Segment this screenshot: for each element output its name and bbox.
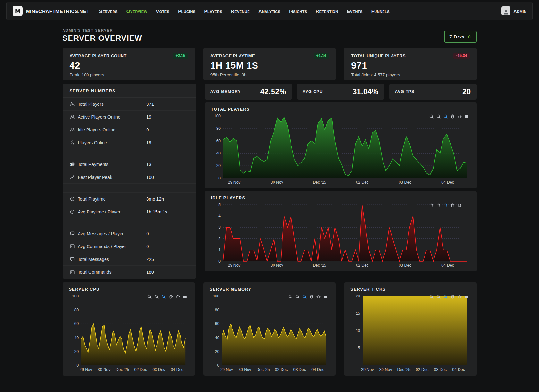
- y-tick-label: 80: [216, 126, 221, 131]
- menu-icon[interactable]: [464, 114, 469, 119]
- row-label: Total Messages: [78, 257, 147, 262]
- y-tick-label: 2: [218, 237, 221, 241]
- x-tick-label: Dec '25: [115, 367, 129, 372]
- zoom-out-icon[interactable]: [436, 203, 441, 208]
- zoom-out-icon[interactable]: [436, 114, 441, 119]
- x-tick-label: 29 Nov: [228, 263, 240, 268]
- zoom-in-icon[interactable]: [429, 114, 434, 119]
- date-range-select[interactable]: 7 Days: [444, 31, 476, 43]
- x-tick-label: 04 Dec: [441, 180, 454, 185]
- home-icon[interactable]: [175, 294, 180, 299]
- stat-card: AVERAGE PLAYTIME +1.14 1H 15M 1S 95th Pe…: [203, 48, 336, 80]
- chart-area: [363, 296, 467, 365]
- autoscale-icon[interactable]: [302, 294, 307, 299]
- page-header: ADMIN'S TEST SERVER SERVER OVERVIEW 7 Da…: [63, 29, 477, 43]
- nav-item-insights[interactable]: Insights: [289, 8, 307, 14]
- row-icon-slot: [70, 140, 78, 145]
- chart-area: [81, 324, 185, 365]
- y-tick-label: 100: [72, 294, 79, 298]
- menu-icon[interactable]: [323, 294, 328, 299]
- y-tick-label: 100: [214, 114, 220, 118]
- row-label: Active Players Online: [78, 114, 147, 120]
- x-tick-label: Dec '25: [313, 180, 326, 185]
- nav-item-funnels[interactable]: Funnels: [371, 8, 390, 14]
- chart-title: IDLE PLAYERS: [211, 196, 470, 200]
- nav-item-label: Players: [204, 8, 222, 14]
- terminal-icon: [70, 270, 75, 275]
- gauges-row: AVG MEMORY 42.52% AVG CPU 31.04% AVG TPS…: [205, 84, 477, 100]
- nav-item-retention[interactable]: Retention: [316, 8, 338, 14]
- home-icon[interactable]: [457, 203, 462, 208]
- nav-item-label: Votes: [156, 8, 169, 14]
- chart-plot[interactable]: 02040608010029 Nov30 NovDec '2502 Dec03 …: [69, 293, 189, 373]
- x-tick-label: 03 Dec: [434, 367, 447, 372]
- nav-item-servers[interactable]: Servers: [99, 8, 118, 14]
- zoom-in-icon[interactable]: [429, 294, 434, 299]
- autoscale-icon[interactable]: [443, 294, 448, 299]
- nav-item-players[interactable]: Players: [204, 8, 222, 14]
- nav-item-label: Servers: [99, 8, 118, 14]
- server-numbers-row: $ Total Payments 13: [63, 158, 196, 171]
- x-tick-label: 29 Nov: [220, 367, 233, 372]
- home-icon[interactable]: [457, 294, 462, 299]
- brand-logo-icon: [13, 6, 23, 16]
- stat-card: TOTAL UNIQUE PLAYERS -15.34 971 Total Jo…: [344, 48, 476, 80]
- nav-item-label: Insights: [289, 8, 307, 14]
- pan-icon[interactable]: [168, 294, 173, 299]
- autoscale-icon[interactable]: [443, 203, 448, 208]
- y-tick-label: 60: [74, 321, 79, 326]
- chart-plot[interactable]: 02040608010029 Nov30 NovDec '2502 Dec03 …: [211, 113, 470, 186]
- x-tick-label: 29 Nov: [361, 367, 374, 372]
- chart-title: SERVER MEMORY: [210, 287, 329, 292]
- home-icon[interactable]: [457, 114, 462, 119]
- row-icon-slot: [70, 196, 78, 202]
- autoscale-icon[interactable]: [161, 294, 166, 299]
- row-label: Idle Players Online: [78, 127, 147, 132]
- chart-plot-wrap: 02040608010029 Nov30 NovDec '2502 Dec03 …: [69, 293, 189, 373]
- zoom-out-icon[interactable]: [295, 294, 300, 299]
- nav-item-label: Funnels: [371, 8, 390, 14]
- row-icon-slot: [70, 114, 78, 120]
- nav-item-revenue[interactable]: Revenue: [231, 8, 250, 14]
- zoom-out-icon[interactable]: [154, 294, 159, 299]
- x-tick-label: 30 Nov: [270, 263, 283, 268]
- nav-item-events[interactable]: Events: [347, 8, 363, 14]
- chart-plot[interactable]: 01234529 Nov30 NovDec '2502 Dec03 Dec04 …: [211, 202, 470, 269]
- row-value: 971: [147, 102, 154, 107]
- stat-card-trend-badge: -15.34: [453, 53, 469, 59]
- zoom-in-icon[interactable]: [147, 294, 152, 299]
- nav-item-votes[interactable]: Votes: [156, 8, 169, 14]
- user-menu[interactable]: Admin: [501, 6, 526, 15]
- home-icon[interactable]: [316, 294, 321, 299]
- pan-icon[interactable]: [450, 294, 455, 299]
- autoscale-icon[interactable]: [443, 114, 448, 119]
- chart-modebar: [429, 114, 469, 119]
- zoom-in-icon[interactable]: [429, 203, 434, 208]
- chart-plot[interactable]: 02040608010029 Nov30 NovDec '2502 Dec03 …: [210, 293, 329, 373]
- zoom-out-icon[interactable]: [436, 294, 441, 299]
- y-tick-label: 5: [358, 346, 360, 350]
- brand-name: MINECRAFTMETRICS.NET: [26, 8, 89, 14]
- pan-icon[interactable]: [450, 203, 455, 208]
- nav-item-label: Overview: [126, 8, 147, 14]
- pan-icon[interactable]: [309, 294, 314, 299]
- y-tick-label: 40: [215, 336, 220, 340]
- brand[interactable]: MINECRAFTMETRICS.NET: [13, 6, 89, 16]
- menu-icon[interactable]: [182, 294, 187, 299]
- row-label: Avg Playtime / Player: [78, 209, 147, 214]
- nav-item-analytics[interactable]: Analytics: [258, 8, 280, 14]
- row-value: 0: [147, 231, 149, 236]
- chart-card-idle-players: IDLE PLAYERS 01234529 Nov30 NovDec '2502…: [205, 191, 477, 271]
- nav-item-overview[interactable]: Overview: [126, 8, 147, 14]
- chart-card-server-memory: SERVER MEMORY 02040608010029 Nov30 NovDe…: [203, 282, 336, 376]
- menu-icon[interactable]: [464, 203, 469, 208]
- zoom-in-icon[interactable]: [288, 294, 293, 299]
- chart-plot[interactable]: 510152029 Nov30 NovDec '2502 Dec03 Dec04…: [350, 293, 470, 373]
- nav-item-plugins[interactable]: Plugins: [178, 8, 195, 14]
- server-numbers-rows: Total Players 971 Active Players Online …: [63, 98, 196, 279]
- row-icon-slot: [70, 174, 78, 180]
- stat-card-label: AVERAGE PLAYER COUNT: [70, 54, 127, 58]
- menu-icon[interactable]: [464, 294, 469, 299]
- pan-icon[interactable]: [450, 114, 455, 119]
- top-navbar: MINECRAFTMETRICS.NET ServersOverviewVote…: [6, 2, 533, 20]
